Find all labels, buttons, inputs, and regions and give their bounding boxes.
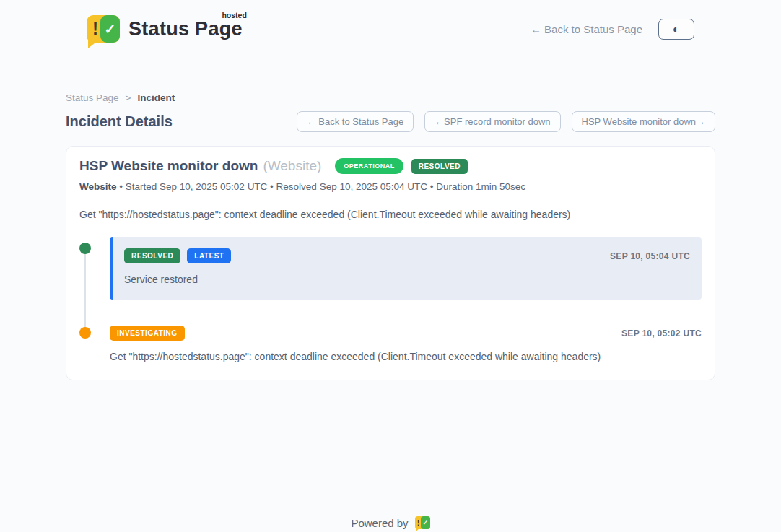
footer: Powered by ! ✓ © 2025-10-08 14:10:34.772… <box>66 516 715 532</box>
timeline-update: INVESTIGATINGSEP 10, 05:02 UTCGet "https… <box>110 326 702 362</box>
exclamation-icon: ! <box>90 17 101 40</box>
breadcrumb: Status Page > Incident <box>66 92 715 103</box>
timeline-entry: RESOLVEDLATESTSEP 10, 05:04 UTCService r… <box>79 237 702 300</box>
resolved-state-badge: RESOLVED <box>411 159 468 174</box>
timeline-status-dot <box>79 243 91 254</box>
footer-status-bubble-icon[interactable]: ! ✓ <box>415 516 430 529</box>
page-title: Incident Details <box>66 113 173 130</box>
timeline-message: Get "https://hostedstatus.page": context… <box>110 351 702 362</box>
incident-card: HSP Website monitor down (Website) OPERA… <box>66 146 715 380</box>
incident-meta-component: Website <box>79 181 117 192</box>
brand-name: Status Page <box>128 18 243 40</box>
header-back-to-status-page-link[interactable]: ← Back to Status Page <box>531 23 642 35</box>
latest-badge: LATEST <box>187 248 231 263</box>
incident-title: HSP Website monitor down <box>79 158 258 174</box>
checkmark-icon: ✓ <box>421 516 430 529</box>
incident-nav-buttons: ← Back to Status Page ←SPF record monito… <box>297 111 715 132</box>
breadcrumb-separator: > <box>126 92 131 103</box>
header: ! ✓ Status Page hosted ← Back to Status … <box>66 0 715 46</box>
incident-component: (Website) <box>263 158 321 174</box>
timeline-entry: INVESTIGATINGSEP 10, 05:02 UTCGet "https… <box>79 326 702 362</box>
brand-logo[interactable]: ! ✓ Status Page hosted <box>87 15 243 43</box>
breadcrumb-current: Incident <box>137 92 175 103</box>
incident-meta-times: • Started Sep 10, 2025 05:02 UTC • Resol… <box>117 181 526 192</box>
resolved-badge: RESOLVED <box>124 248 180 263</box>
back-to-status-page-button[interactable]: ← Back to Status Page <box>297 111 414 132</box>
theme-toggle-button[interactable]: ◐ <box>658 19 694 40</box>
powered-by-label: Powered by <box>351 517 408 529</box>
timeline-status-dot <box>79 327 91 339</box>
investigating-badge: INVESTIGATING <box>110 326 185 341</box>
timeline-timestamp: SEP 10, 05:02 UTC <box>621 328 702 339</box>
prev-incident-button[interactable]: ←SPF record monitor down <box>424 111 560 132</box>
next-incident-button[interactable]: HSP Website monitor down→ <box>572 111 715 132</box>
brand-superscript: hosted <box>222 11 246 19</box>
incident-timeline: RESOLVEDLATESTSEP 10, 05:04 UTCService r… <box>79 237 702 362</box>
timeline-update-highlighted: RESOLVEDLATESTSEP 10, 05:04 UTCService r… <box>110 237 702 300</box>
status-bubble-icon: ! ✓ <box>87 15 120 43</box>
timeline-timestamp: SEP 10, 05:04 UTC <box>610 251 690 261</box>
incident-description: Get "https://hostedstatus.page": context… <box>79 209 702 220</box>
checkmark-icon: ✓ <box>100 15 120 43</box>
timeline-message: Service restored <box>124 274 690 285</box>
incident-meta: Website • Started Sep 10, 2025 05:02 UTC… <box>79 181 702 192</box>
breadcrumb-root[interactable]: Status Page <box>66 92 119 103</box>
half-circle-theme-icon: ◐ <box>673 23 680 35</box>
operational-status-badge: OPERATIONAL <box>335 158 403 174</box>
